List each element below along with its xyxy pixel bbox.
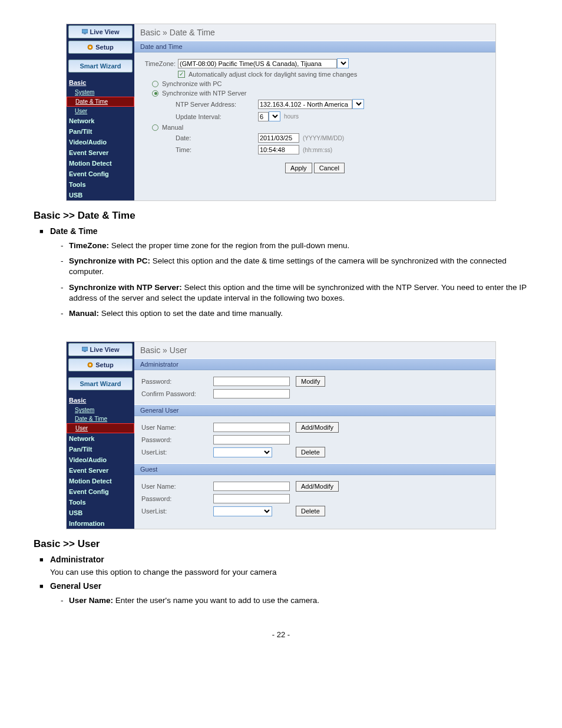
time-row: Time: (hh:mm:ss) — [141, 145, 488, 154]
svg-point-3 — [90, 47, 91, 48]
admin-password-row: Password: Modify — [141, 376, 488, 387]
admin-confirm-input[interactable] — [213, 389, 290, 398]
sidebar-pan-tilt[interactable]: Pan/Tilt — [67, 444, 134, 454]
apply-button[interactable]: Apply — [285, 163, 312, 173]
guest-userlist-select[interactable] — [213, 506, 272, 516]
gu-userlist-select[interactable] — [213, 447, 272, 457]
smart-wizard-button[interactable]: Smart Wizard — [68, 377, 133, 390]
sidebar-usb[interactable]: USB — [67, 508, 134, 518]
sidebar-event-config[interactable]: Event Config — [67, 486, 134, 497]
manual-radio[interactable] — [152, 124, 158, 131]
guest-username-input[interactable] — [213, 482, 290, 491]
live-view-button[interactable]: Live View — [68, 343, 133, 356]
sidebar-date-time[interactable]: Date & Time — [67, 97, 134, 107]
date-row: Date: (YYYY/MM/DD) — [141, 133, 488, 143]
gu-userlist-row: UserList: Delete — [141, 447, 488, 457]
gear-icon — [87, 44, 93, 50]
section-general-user: General User — [134, 404, 495, 416]
add-modify-button[interactable]: Add/Modify — [296, 422, 339, 433]
setup-button[interactable]: Setup — [68, 358, 133, 371]
date-input[interactable] — [258, 133, 299, 143]
sync-pc-radio[interactable] — [152, 81, 158, 87]
sidebar-motion-detect[interactable]: Motion Detect — [67, 476, 134, 486]
sidebar-date-time[interactable]: Date & Time — [67, 414, 134, 423]
doc-heading-user: Basic >> User — [34, 538, 528, 550]
button-row: Apply Cancel — [141, 163, 488, 173]
sidebar-information[interactable]: Information — [67, 518, 134, 529]
sidebar-network[interactable]: Network — [67, 116, 134, 126]
gu-username-input[interactable] — [213, 423, 290, 432]
sync-ntp-row: Synchronize with NTP Server — [141, 90, 488, 97]
guest-password-input[interactable] — [213, 494, 290, 503]
doc-sub-general-user: General User — [50, 581, 528, 591]
section-guest: Guest — [134, 463, 495, 475]
date-hint: (YYYY/MM/DD) — [303, 135, 344, 141]
add-modify-button[interactable]: Add/Modify — [296, 481, 339, 492]
sync-ntp-label: Synchronize with NTP Server — [162, 90, 246, 97]
live-view-button[interactable]: Live View — [68, 25, 133, 38]
sidebar-tools[interactable]: Tools — [67, 179, 134, 190]
sidebar-basic[interactable]: Basic — [67, 395, 134, 406]
guest-username-row: User Name: Add/Modify — [141, 481, 488, 492]
sidebar-network[interactable]: Network — [67, 433, 134, 444]
timezone-row: TimeZone: — [141, 58, 488, 68]
daylight-checkbox[interactable]: ✓ — [178, 71, 185, 78]
time-label: Time: — [176, 146, 258, 153]
sidebar-video-audio[interactable]: Video/Audio — [67, 454, 134, 465]
setup-label: Setup — [95, 44, 114, 51]
doc-li-username: User Name: Enter the user's name you wan… — [61, 595, 528, 606]
section-administrator: Administrator — [134, 358, 495, 370]
delete-button[interactable]: Delete — [296, 506, 325, 516]
sidebar-user[interactable]: User — [67, 107, 134, 116]
sidebar-user[interactable]: User — [67, 423, 134, 433]
sidebar-system[interactable]: System — [67, 88, 134, 97]
svg-rect-5 — [84, 351, 86, 352]
doc-heading-date-time: Basic >> Date & Time — [34, 210, 528, 222]
sidebar-system[interactable]: System — [67, 406, 134, 414]
doc-text: Enter the user's name you want to add to… — [115, 596, 319, 605]
sidebar-motion-detect[interactable]: Motion Detect — [67, 158, 134, 169]
timezone-select[interactable] — [178, 59, 337, 68]
delete-button[interactable]: Delete — [296, 447, 325, 457]
doc-list-date-time: TimeZone: Select the proper time zone fo… — [61, 241, 528, 319]
admin-password-input[interactable] — [213, 377, 290, 386]
content-panel: Basic » User Administrator Password: Mod… — [134, 342, 495, 529]
timezone-drop[interactable] — [337, 58, 349, 68]
ntp-addr-input[interactable] — [258, 100, 352, 109]
sidebar-basic[interactable]: Basic — [67, 77, 134, 88]
hours-label: hours — [284, 113, 299, 120]
sidebar-event-server[interactable]: Event Server — [67, 147, 134, 158]
sync-ntp-radio[interactable] — [152, 90, 158, 97]
update-interval-label: Update Interval: — [176, 113, 258, 120]
doc-list-user: User Name: Enter the user's name you wan… — [61, 595, 528, 606]
cancel-button[interactable]: Cancel — [314, 163, 345, 173]
gu-password-input[interactable] — [213, 435, 290, 444]
screenshot-date-time: Live View Setup Smart Wizard Basic Syste… — [66, 24, 496, 201]
update-interval-drop[interactable] — [269, 111, 280, 121]
sidebar-pan-tilt[interactable]: Pan/Tilt — [67, 126, 134, 137]
update-interval-input[interactable] — [258, 112, 269, 121]
ntp-addr-drop[interactable] — [352, 99, 364, 109]
sidebar-event-server[interactable]: Event Server — [67, 465, 134, 476]
sidebar-event-config[interactable]: Event Config — [67, 169, 134, 179]
smart-wizard-button[interactable]: Smart Wizard — [68, 60, 133, 73]
modify-button[interactable]: Modify — [296, 376, 325, 387]
timezone-label: TimeZone: — [141, 60, 176, 67]
sidebar-video-audio[interactable]: Video/Audio — [67, 137, 134, 147]
sidebar-tools[interactable]: Tools — [67, 497, 134, 508]
ntp-addr-row: NTP Server Address: — [141, 99, 488, 109]
svg-rect-4 — [82, 347, 88, 351]
live-view-label: Live View — [90, 346, 120, 353]
monitor-icon — [82, 347, 88, 353]
setup-label: Setup — [95, 361, 114, 368]
setup-button[interactable]: Setup — [68, 41, 133, 54]
userlist-label: UserList: — [141, 508, 213, 515]
section-date-time: Date and Time — [134, 41, 495, 52]
sidebar: Live View Setup Smart Wizard Basic Syste… — [67, 24, 134, 200]
doc-p-admin: You can use this option to change the pa… — [50, 568, 528, 577]
username-label: User Name: — [141, 483, 213, 490]
sidebar-usb[interactable]: USB — [67, 190, 134, 200]
time-input[interactable] — [258, 145, 299, 154]
guest-userlist-row: UserList: Delete — [141, 506, 488, 516]
doc-li-manual: Manual: Select this option to set the da… — [61, 308, 528, 319]
